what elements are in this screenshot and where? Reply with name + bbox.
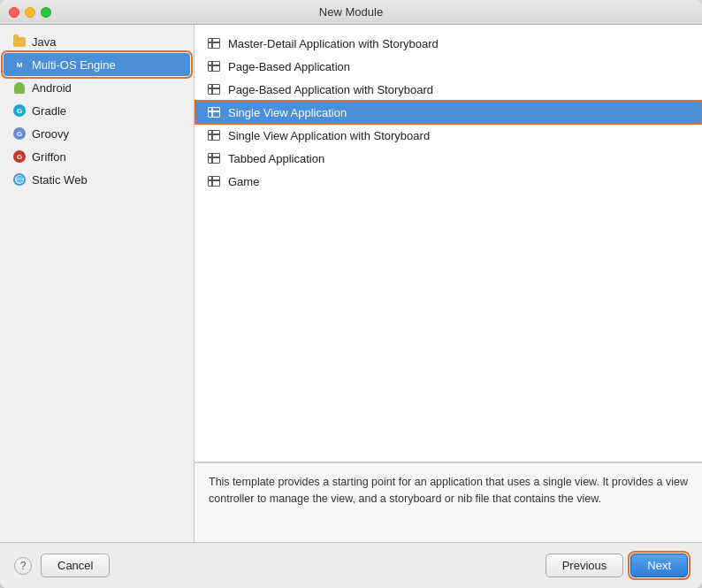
template-item-page-based[interactable]: Page-Based Application (195, 55, 702, 78)
template-item-single-view[interactable]: Single View Application (195, 101, 702, 124)
window-title: New Module (0, 5, 702, 19)
main-panel: Master-Detail Application with Storyboar… (195, 25, 702, 542)
maximize-button[interactable] (41, 7, 51, 18)
android-icon (12, 80, 27, 95)
help-icon: ? (20, 560, 27, 572)
template-description: This template provides a starting point … (195, 462, 702, 542)
template-item-page-based-storyboard[interactable]: Page-Based Application with Storyboard (195, 78, 702, 101)
footer: ? Cancel Previous Next (0, 542, 702, 588)
footer-right: Previous Next (546, 554, 688, 577)
template-item-master-detail-storyboard[interactable]: Master-Detail Application with Storyboar… (195, 32, 702, 55)
sidebar-item-android[interactable]: Android (4, 76, 190, 99)
main-content: Java M Multi-OS Engine Android G (0, 25, 702, 542)
sidebar-label-gradle: Gradle (32, 104, 66, 118)
template-icon-master-detail-storyboard (207, 36, 221, 50)
template-icon-single-view-storyboard (207, 128, 221, 142)
close-button[interactable] (9, 7, 19, 18)
multi-os-engine-icon: M (12, 57, 27, 72)
template-label-tabbed: Tabbed Application (228, 152, 324, 165)
folder-icon (12, 34, 27, 49)
sidebar-item-griffon[interactable]: G Griffon (4, 145, 190, 168)
template-label-single-view: Single View Application (228, 106, 347, 119)
template-label-page-based: Page-Based Application (228, 60, 350, 73)
template-icon-single-view (207, 105, 221, 119)
traffic-lights (9, 7, 51, 18)
template-icon-page-based-storyboard (207, 82, 221, 96)
globe-icon: 🌐 (12, 172, 27, 187)
template-icon-page-based (207, 59, 221, 73)
sidebar-label-static-web: Static Web (32, 173, 88, 187)
sidebar-label-griffon: Griffon (32, 150, 66, 164)
sidebar-item-gradle[interactable]: G Gradle (4, 99, 190, 122)
sidebar-label-android: Android (32, 81, 72, 95)
template-item-single-view-storyboard[interactable]: Single View Application with Storyboard (195, 124, 702, 147)
sidebar-item-groovy[interactable]: G Groovy (4, 122, 190, 145)
minimize-button[interactable] (25, 7, 35, 18)
sidebar-item-multi-os-engine[interactable]: M Multi-OS Engine (4, 53, 190, 76)
template-label-master-detail-storyboard: Master-Detail Application with Storyboar… (228, 37, 439, 50)
footer-left: ? Cancel (14, 554, 110, 577)
titlebar: New Module (0, 0, 702, 25)
sidebar-item-java[interactable]: Java (4, 30, 190, 53)
new-module-window: New Module Java M Multi-OS Engine (0, 0, 702, 588)
template-label-single-view-storyboard: Single View Application with Storyboard (228, 129, 430, 142)
previous-button[interactable]: Previous (546, 554, 624, 577)
sidebar-label-multi-os-engine: Multi-OS Engine (32, 58, 116, 72)
sidebar-item-static-web[interactable]: 🌐 Static Web (4, 168, 190, 191)
groovy-icon: G (12, 126, 27, 141)
template-item-tabbed[interactable]: Tabbed Application (195, 147, 702, 170)
sidebar: Java M Multi-OS Engine Android G (0, 25, 195, 542)
cancel-button[interactable]: Cancel (41, 554, 110, 577)
template-icon-game (207, 174, 221, 188)
template-item-game[interactable]: Game (195, 170, 702, 193)
description-text: This template provides a starting point … (209, 476, 688, 505)
sidebar-label-java: Java (32, 35, 56, 49)
sidebar-label-groovy: Groovy (32, 127, 69, 141)
template-label-game: Game (228, 175, 259, 188)
template-icon-tabbed (207, 151, 221, 165)
template-list: Master-Detail Application with Storyboar… (195, 25, 702, 462)
gradle-icon: G (12, 103, 27, 118)
griffon-icon: G (12, 149, 27, 164)
template-label-page-based-storyboard: Page-Based Application with Storyboard (228, 83, 433, 96)
help-button[interactable]: ? (14, 557, 32, 575)
next-button[interactable]: Next (630, 554, 688, 577)
